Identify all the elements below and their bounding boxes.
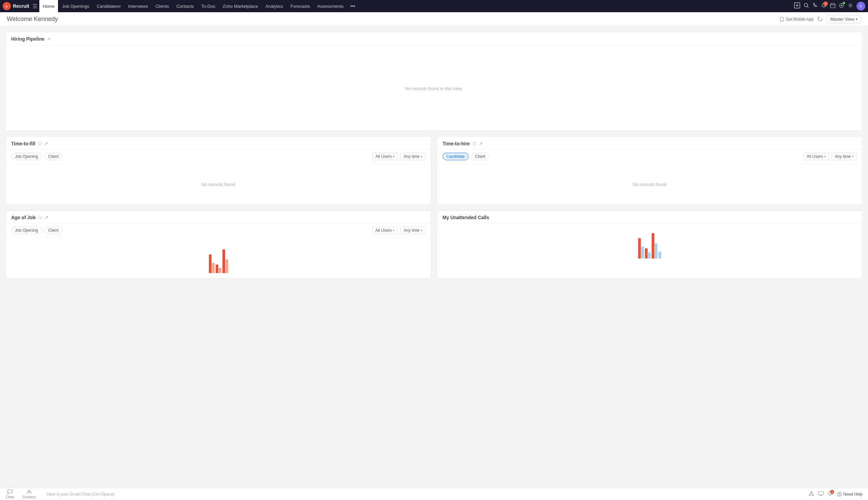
- all-users-dropdown-ttf[interactable]: All Users: [372, 153, 398, 160]
- svg-point-7: [850, 5, 852, 7]
- bar-3a: [222, 249, 225, 273]
- any-time-dropdown-aoj[interactable]: Any time: [400, 227, 425, 234]
- online-indicator: [843, 2, 845, 4]
- time-to-fill-controls: Job Opening Client All Users Any time: [6, 149, 431, 164]
- calls-bar-group-3: [652, 233, 657, 259]
- age-of-job-bar-chart: [209, 246, 228, 273]
- any-time-dropdown-tth[interactable]: Any time: [832, 153, 857, 160]
- mobile-app-button[interactable]: Get Mobile App: [779, 17, 814, 22]
- bar-1b: [212, 263, 215, 273]
- my-unattended-calls-chart: [437, 223, 862, 264]
- time-to-hire-widget: Time-to-hire ⓘ ↗ Candidate Client All Us…: [437, 137, 863, 205]
- calls-bar-1b: [641, 247, 644, 259]
- svg-point-6: [841, 5, 842, 6]
- welcome-text: Welcome Kennedy: [7, 15, 58, 23]
- bar-1a: [209, 254, 212, 273]
- client-tag-ttf[interactable]: Client: [44, 153, 63, 160]
- notifications-button[interactable]: 3: [821, 3, 827, 10]
- any-time-dropdown-ttf[interactable]: Any time: [400, 153, 425, 160]
- more-nav-button[interactable]: •••: [347, 0, 358, 12]
- time-to-hire-filters: All Users Any time: [804, 153, 857, 160]
- hiring-pipeline-header: Hiring Pipeline ↗: [6, 32, 862, 46]
- chevron-down-icon: ▾: [856, 17, 857, 21]
- calendar-button[interactable]: [830, 3, 835, 10]
- bar-group-1: [209, 254, 215, 273]
- avatar[interactable]: K: [856, 2, 865, 11]
- age-of-job-widget: Age of Job ⓘ ↗ Job Opening Client All Us…: [5, 211, 431, 279]
- top-navigation: R Recruit ☰ Home Job Openings Candidates…: [0, 0, 868, 12]
- age-of-job-info-icon[interactable]: ⓘ: [38, 215, 42, 220]
- add-button[interactable]: [794, 2, 800, 10]
- all-users-dropdown-aoj[interactable]: All Users: [372, 227, 398, 234]
- nav-item-contacts[interactable]: Contacts: [173, 0, 197, 12]
- time-to-hire-expand-icon[interactable]: ↗: [479, 141, 482, 146]
- refresh-button[interactable]: [818, 16, 823, 22]
- time-to-fill-info-icon[interactable]: ⓘ: [38, 141, 42, 146]
- app-logo[interactable]: R Recruit: [3, 2, 29, 10]
- age-of-job-title: Age of Job: [11, 215, 36, 220]
- calls-button[interactable]: [812, 3, 818, 10]
- nav-right-actions: 3 K: [794, 2, 865, 11]
- time-to-hire-title: Time-to-hire: [443, 141, 470, 146]
- time-to-hire-no-records: No records found: [437, 164, 862, 205]
- notification-badge: 3: [823, 1, 828, 6]
- nav-item-interviews[interactable]: Interviews: [125, 0, 152, 12]
- svg-rect-4: [830, 4, 835, 8]
- bar-group-2: [216, 264, 221, 273]
- bar-group-3: [222, 249, 228, 273]
- job-opening-tag-aoj[interactable]: Job Opening: [11, 227, 42, 234]
- calls-bar-group-1: [638, 238, 644, 259]
- search-button[interactable]: [804, 3, 809, 10]
- age-of-job-controls: Job Opening Client All Users Any time: [6, 223, 431, 238]
- settings-button[interactable]: [848, 3, 853, 10]
- master-view-button[interactable]: Master View ▾: [827, 15, 861, 23]
- svg-text:R: R: [6, 5, 8, 8]
- all-users-dropdown-tth[interactable]: All Users: [804, 153, 829, 160]
- calls-bar-group-2: [645, 248, 651, 259]
- my-unattended-calls-widget: My Unattended Calls: [437, 211, 863, 279]
- calls-bar-2b: [648, 252, 651, 259]
- candidate-tag[interactable]: Candidate: [443, 153, 469, 160]
- my-unattended-calls-header: My Unattended Calls: [437, 211, 862, 223]
- bar-2b: [219, 268, 221, 273]
- hiring-pipeline-widget: Hiring Pipeline ↗ No records found in th…: [5, 32, 863, 131]
- time-to-fill-widget: Time-to-fill ⓘ ↗ Job Opening Client All …: [5, 137, 431, 205]
- hiring-pipeline-content: No records found in this view.: [6, 46, 862, 131]
- time-widgets-row: Time-to-fill ⓘ ↗ Job Opening Client All …: [5, 137, 863, 205]
- nav-item-job-openings[interactable]: Job Openings: [59, 0, 92, 12]
- hamburger-menu[interactable]: ☰: [33, 3, 37, 10]
- hiring-pipeline-no-records: No records found in this view.: [405, 86, 463, 91]
- radio-button[interactable]: [839, 3, 844, 10]
- subheader-actions: Get Mobile App Master View ▾: [779, 15, 861, 23]
- age-of-job-expand-icon[interactable]: ↗: [45, 215, 48, 220]
- time-to-fill-filters: All Users Any time: [372, 153, 425, 160]
- nav-item-zoho-marketplace[interactable]: Zoho Marketplace: [219, 0, 261, 12]
- nav-item-to-dos[interactable]: To-Dos: [198, 0, 219, 12]
- svg-point-9: [781, 20, 782, 21]
- client-tag-aoj[interactable]: Client: [44, 227, 63, 234]
- hiring-pipeline-expand-icon[interactable]: ↗: [47, 37, 51, 41]
- nav-item-assessments[interactable]: Assessments: [314, 0, 347, 12]
- nav-item-candidates[interactable]: Candidates: [93, 0, 124, 12]
- calls-bar-group-4: [658, 252, 661, 259]
- time-to-fill-no-records: No records found: [6, 164, 431, 205]
- nav-item-home[interactable]: Home: [39, 0, 58, 12]
- job-opening-tag[interactable]: Job Opening: [11, 153, 42, 160]
- calls-bar-1a: [638, 238, 641, 259]
- time-to-hire-info-icon[interactable]: ⓘ: [472, 141, 476, 146]
- calls-bar-2a: [645, 248, 648, 259]
- time-to-hire-header: Time-to-hire ⓘ ↗: [437, 137, 862, 149]
- time-to-fill-header: Time-to-fill ⓘ ↗: [6, 137, 431, 149]
- hiring-pipeline-title: Hiring Pipeline: [11, 36, 44, 42]
- nav-item-analytics[interactable]: Analytics: [262, 0, 287, 12]
- logo-text: Recruit: [13, 3, 29, 9]
- client-tag-tth[interactable]: Client: [471, 153, 489, 160]
- nav-item-clients[interactable]: Clients: [152, 0, 172, 12]
- calls-bar-3b: [655, 243, 657, 259]
- subheader: Welcome Kennedy Get Mobile App Master Vi…: [0, 12, 868, 26]
- time-to-fill-expand-icon[interactable]: ↗: [44, 141, 48, 146]
- nav-item-forecasts[interactable]: Forecasts: [287, 0, 313, 12]
- my-unattended-calls-title: My Unattended Calls: [443, 215, 489, 220]
- time-to-fill-title: Time-to-fill: [11, 141, 35, 146]
- calls-bar-4a: [658, 252, 661, 259]
